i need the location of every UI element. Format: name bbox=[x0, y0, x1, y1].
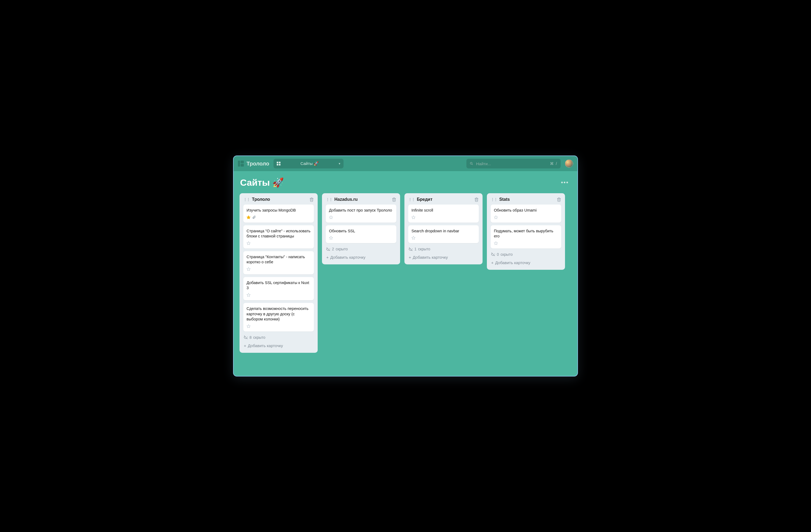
card[interactable]: Добавить пост про запуск Трололо bbox=[326, 204, 396, 223]
board-menu-button[interactable]: ••• bbox=[559, 178, 571, 187]
chevron-down-icon: ▾ bbox=[339, 162, 340, 166]
svg-marker-9 bbox=[329, 236, 333, 239]
topbar: Трололо Сайты 🚀 ▾ ⌘ / bbox=[234, 156, 577, 171]
trash-icon[interactable] bbox=[474, 197, 479, 202]
star-icon[interactable] bbox=[411, 236, 415, 240]
star-icon[interactable] bbox=[329, 236, 333, 240]
hidden-word: скрыто bbox=[253, 335, 265, 339]
card-icons bbox=[246, 241, 311, 245]
card[interactable]: Подумать, может быть вырубить его bbox=[491, 225, 561, 248]
drag-handle-icon[interactable]: ⋮⋮ bbox=[326, 197, 332, 202]
list: ⋮⋮ТрололоИзучить запросы MongoDBСтраница… bbox=[240, 193, 318, 353]
svg-line-1 bbox=[472, 164, 473, 165]
search-shortcut: ⌘ / bbox=[550, 162, 557, 166]
search-icon bbox=[470, 162, 473, 166]
logo-icon bbox=[238, 161, 244, 167]
star-icon[interactable] bbox=[246, 267, 250, 271]
add-card-label: Добавить карточку bbox=[413, 255, 448, 260]
card[interactable]: Обновить образ Umami bbox=[491, 204, 561, 223]
card[interactable]: Изучить запросы MongoDB bbox=[243, 204, 314, 223]
app-name: Трололо bbox=[246, 161, 269, 167]
card[interactable]: Обновить SSL bbox=[326, 225, 396, 243]
card-title: Страница "О сайте" - использовать блоки … bbox=[246, 229, 311, 239]
card[interactable]: Страница "О сайте" - использовать блоки … bbox=[243, 225, 314, 248]
svg-marker-15 bbox=[494, 242, 498, 245]
card[interactable]: Infinite scroll bbox=[408, 204, 479, 223]
search-box[interactable]: ⌘ / bbox=[466, 159, 561, 168]
eye-off-icon bbox=[491, 252, 495, 256]
plus-icon: + bbox=[491, 260, 494, 265]
add-card-label: Добавить карточку bbox=[248, 343, 283, 348]
star-icon[interactable] bbox=[246, 215, 250, 219]
board-header: Сайты 🚀 ••• bbox=[234, 171, 577, 189]
hidden-count-number: 2 bbox=[332, 247, 334, 251]
list-header: ⋮⋮Stats bbox=[491, 197, 561, 202]
hidden-count[interactable]: 0 скрыто bbox=[491, 251, 561, 257]
star-icon[interactable] bbox=[494, 241, 498, 245]
card-title: Добавить пост про запуск Трололо bbox=[329, 208, 393, 213]
star-icon[interactable] bbox=[329, 215, 333, 219]
list: ⋮⋮StatsОбновить образ UmamiПодумать, мож… bbox=[487, 193, 565, 270]
card[interactable]: Страница "Контакты" - написать коротко о… bbox=[243, 251, 314, 274]
list-title[interactable]: Stats bbox=[499, 197, 554, 202]
list: ⋮⋮БредитInfinite scrollSearch dropdown i… bbox=[404, 193, 483, 264]
svg-marker-11 bbox=[412, 216, 415, 219]
star-icon[interactable] bbox=[494, 215, 498, 219]
svg-marker-6 bbox=[247, 324, 250, 328]
star-icon[interactable] bbox=[246, 324, 250, 328]
card[interactable]: Сделать возможность переносить карточку … bbox=[243, 303, 314, 332]
trash-icon[interactable] bbox=[557, 197, 561, 202]
card-title: Search dropdown in navbar bbox=[411, 229, 476, 234]
list-header: ⋮⋮Трололо bbox=[243, 197, 314, 202]
list-title[interactable]: Трололо bbox=[252, 197, 307, 202]
card-icons bbox=[246, 324, 311, 328]
board-title: Сайты 🚀 bbox=[240, 177, 284, 188]
card-icons bbox=[246, 293, 311, 297]
add-card-button[interactable]: + Добавить карточку bbox=[408, 254, 479, 261]
hidden-word: скрыто bbox=[336, 247, 348, 251]
hidden-count[interactable]: 8 скрыто bbox=[243, 334, 314, 339]
avatar[interactable] bbox=[565, 159, 573, 168]
card-title: Обновить SSL bbox=[329, 229, 393, 234]
app-logo[interactable]: Трололо bbox=[238, 161, 269, 167]
drag-handle-icon[interactable]: ⋮⋮ bbox=[243, 197, 250, 202]
hidden-count-number: 8 bbox=[249, 335, 252, 339]
svg-point-0 bbox=[470, 162, 472, 164]
add-card-button[interactable]: + Добавить карточку bbox=[243, 342, 314, 349]
card-icons bbox=[246, 267, 311, 271]
eye-off-icon bbox=[409, 247, 413, 251]
svg-marker-8 bbox=[329, 216, 333, 219]
plus-icon: + bbox=[409, 255, 411, 260]
search-input[interactable] bbox=[476, 162, 547, 166]
list-title[interactable]: Бредит bbox=[417, 197, 472, 202]
app-window: Трололо Сайты 🚀 ▾ ⌘ / Сайты 🚀 ••• ⋮⋮Трол… bbox=[233, 155, 578, 377]
svg-marker-3 bbox=[247, 242, 250, 245]
card-title: Подумать, может быть вырубить его bbox=[494, 229, 558, 239]
hidden-count[interactable]: 1 скрыто bbox=[408, 246, 479, 251]
add-card-button[interactable]: + Добавить карточку bbox=[326, 254, 396, 261]
board-switcher[interactable]: Сайты 🚀 ▾ bbox=[274, 159, 343, 168]
svg-marker-4 bbox=[247, 267, 250, 271]
grid-icon bbox=[277, 162, 280, 166]
card[interactable]: Search dropdown in navbar bbox=[408, 225, 479, 243]
hidden-count-number: 0 bbox=[497, 252, 499, 257]
add-card-button[interactable]: + Добавить карточку bbox=[491, 259, 561, 266]
list-header: ⋮⋮Hazadus.ru bbox=[326, 197, 396, 202]
drag-handle-icon[interactable]: ⋮⋮ bbox=[491, 197, 497, 202]
svg-marker-5 bbox=[247, 293, 250, 297]
star-icon[interactable] bbox=[411, 215, 415, 219]
card-title: Страница "Контакты" - написать коротко о… bbox=[246, 254, 311, 265]
trash-icon[interactable] bbox=[309, 197, 314, 202]
list-title[interactable]: Hazadus.ru bbox=[334, 197, 389, 202]
add-card-label: Добавить карточку bbox=[495, 260, 530, 265]
drag-handle-icon[interactable]: ⋮⋮ bbox=[408, 197, 415, 202]
hidden-count[interactable]: 2 скрыто bbox=[326, 246, 396, 251]
star-icon[interactable] bbox=[246, 293, 250, 297]
trash-icon[interactable] bbox=[392, 197, 396, 202]
star-icon[interactable] bbox=[246, 241, 250, 245]
card[interactable]: Добавить SSL сертификаты к Nuxt 3 bbox=[243, 277, 314, 300]
hidden-word: скрыто bbox=[501, 252, 513, 257]
card-title: Обновить образ Umami bbox=[494, 208, 558, 213]
board-switcher-label: Сайты 🚀 bbox=[283, 161, 336, 166]
attachment-icon bbox=[252, 215, 256, 219]
